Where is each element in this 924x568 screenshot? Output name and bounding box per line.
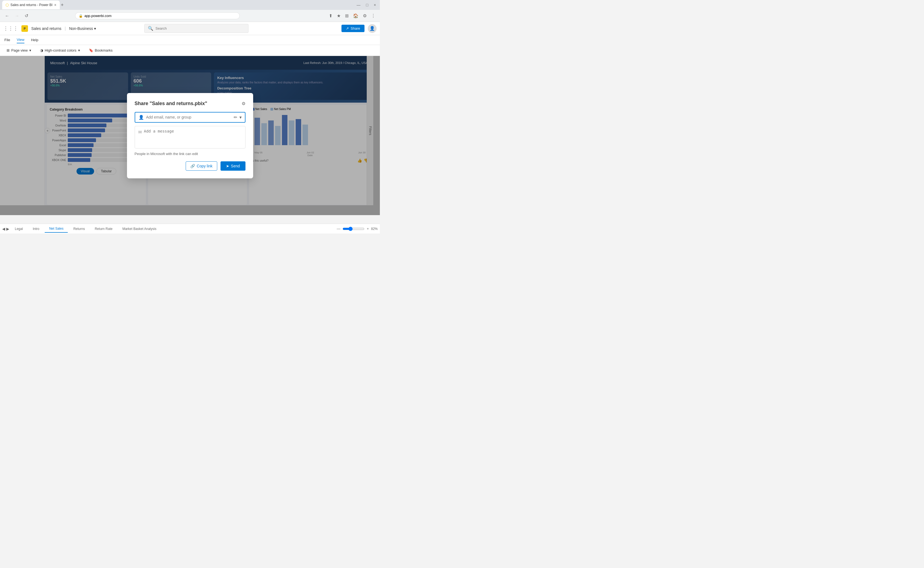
bookmarks-control[interactable]: 🔖 Bookmarks <box>87 47 115 53</box>
email-input-row: 👤 ✏ ▾ <box>135 112 246 123</box>
workspace-dropdown-icon: ▾ <box>94 26 96 31</box>
zoom-in-button[interactable]: + <box>367 227 369 231</box>
tab-intro[interactable]: Intro <box>28 225 44 233</box>
share-button[interactable]: ↗ Share <box>341 25 365 32</box>
copy-link-button[interactable]: 🔗 Copy link <box>186 161 217 171</box>
main-content: Microsoft | Alpine Ski House Last Refres… <box>0 56 380 215</box>
edit-icon[interactable]: ✏ <box>234 115 237 120</box>
page-tabs-bar: ◀ ▶ Legal Intro Net Sales Returns Return… <box>0 224 380 234</box>
app-grid-icon[interactable]: ⋮⋮⋮ <box>3 26 18 32</box>
nav-back-button[interactable]: ← <box>3 12 11 20</box>
nav-refresh-button[interactable]: ↺ <box>23 12 30 20</box>
tab-net-sales[interactable]: Net Sales <box>45 225 68 233</box>
browser-action-bookmark[interactable]: ★ <box>336 12 342 20</box>
send-label: Send <box>231 164 240 168</box>
modal-header: Share "Sales and returns.pbix" ⚙ <box>135 101 246 106</box>
tab-bar: ⬡ Sales and returns - Power BI × + — □ × <box>0 0 380 10</box>
send-icon: ➤ <box>226 164 229 168</box>
page-view-control[interactable]: ⊞ Page view ▾ <box>5 47 33 53</box>
browser-chrome: ⬡ Sales and returns - Power BI × + — □ ×… <box>0 0 380 22</box>
share-icon: ↗ <box>346 26 349 30</box>
modal-footer: 🔗 Copy link ➤ Send <box>135 161 246 171</box>
contrast-icon: ◑ <box>40 48 43 53</box>
email-user-icon: 👤 <box>139 115 144 120</box>
message-icon: ✉ <box>138 130 142 135</box>
user-avatar[interactable]: 👤 <box>368 24 377 33</box>
browser-actions: ⬆ ★ ⊞ 🏠 ⚙ ⋮ <box>328 12 377 20</box>
page-view-label: Page view <box>11 48 28 53</box>
tab-prev[interactable]: ◀ <box>2 227 5 231</box>
app-title: Sales and returns <box>31 26 62 31</box>
url-input[interactable] <box>84 14 236 18</box>
tab-returns[interactable]: Returns <box>69 225 89 233</box>
window-minimize[interactable]: — <box>355 3 362 7</box>
copy-link-icon: 🔗 <box>190 164 195 168</box>
tab-favicon: ⬡ <box>6 3 9 7</box>
address-bar: ← → ↺ 🔒 ⬆ ★ ⊞ 🏠 ⚙ ⋮ <box>0 10 380 22</box>
browser-action-share[interactable]: ⬆ <box>328 12 333 20</box>
contrast-control[interactable]: ◑ High-contrast colors ▾ <box>38 47 82 53</box>
menu-item-help[interactable]: Help <box>31 37 38 43</box>
tab-market-basket[interactable]: Market Basket Analysis <box>118 225 161 233</box>
message-textarea[interactable] <box>144 129 242 145</box>
tab-return-rate[interactable]: Return Rate <box>90 225 117 233</box>
browser-action-extension3[interactable]: ⚙ <box>362 12 368 20</box>
active-tab[interactable]: ⬡ Sales and returns - Power BI × <box>2 0 60 9</box>
workspace-selector[interactable]: Non-Business ▾ <box>69 26 96 31</box>
copy-link-label: Copy link <box>197 164 213 168</box>
tab-title: Sales and returns - Power BI <box>11 3 53 7</box>
tab-legal[interactable]: Legal <box>11 225 27 233</box>
permissions-text: People in Microsoft with the link can ed… <box>135 152 246 156</box>
bookmarks-icon: 🔖 <box>89 48 93 53</box>
zoom-out-button[interactable]: — <box>337 227 341 231</box>
window-maximize[interactable]: □ <box>364 3 370 7</box>
user-icon: 👤 <box>369 26 375 31</box>
email-input[interactable] <box>146 115 232 119</box>
message-area: ✉ <box>135 126 246 148</box>
email-dropdown-icon[interactable]: ▾ <box>240 115 242 120</box>
new-tab-button[interactable]: + <box>61 2 64 8</box>
browser-action-extension2[interactable]: 🏠 <box>352 12 360 20</box>
search-input[interactable] <box>155 26 245 30</box>
send-button[interactable]: ➤ Send <box>220 161 246 171</box>
zoom-slider[interactable] <box>342 227 365 231</box>
share-modal: Share "Sales and returns.pbix" ⚙ 👤 ✏ ▾ ✉… <box>127 93 253 178</box>
bookmarks-label: Bookmarks <box>95 48 113 53</box>
search-icon: 🔍 <box>148 26 153 31</box>
menu-bar: File View Help <box>0 35 380 45</box>
page-view-dropdown-icon: ▾ <box>29 48 31 53</box>
nav-forward-button[interactable]: → <box>13 12 21 20</box>
secure-icon: 🔒 <box>79 14 83 18</box>
browser-action-menu[interactable]: ⋮ <box>370 12 377 20</box>
url-bar[interactable]: 🔒 <box>75 12 240 19</box>
zoom-level: 82% <box>371 227 378 231</box>
modal-title: Share "Sales and returns.pbix" <box>135 101 207 106</box>
contrast-dropdown-icon: ▾ <box>78 48 80 53</box>
modal-settings-icon[interactable]: ⚙ <box>242 101 246 106</box>
menu-item-view[interactable]: View <box>17 36 24 43</box>
page-view-icon: ⊞ <box>7 48 10 53</box>
app-search-bar[interactable]: 🔍 <box>144 24 249 33</box>
toolbar: ⊞ Page view ▾ ◑ High-contrast colors ▾ 🔖… <box>0 45 380 56</box>
tab-close-icon[interactable]: × <box>54 3 56 7</box>
contrast-label: High-contrast colors <box>45 48 77 53</box>
window-close[interactable]: × <box>372 3 378 7</box>
menu-item-file[interactable]: File <box>5 37 10 43</box>
zoom-controls: — + 82% <box>337 227 378 231</box>
app-logo: P <box>21 25 28 32</box>
app-bar: ⋮⋮⋮ P Sales and returns | Non-Business ▾… <box>0 22 380 35</box>
share-label: Share <box>351 26 360 30</box>
app-title-divider: | <box>65 26 66 31</box>
workspace-label: Non-Business <box>69 26 93 31</box>
modal-overlay: Share "Sales and returns.pbix" ⚙ 👤 ✏ ▾ ✉… <box>0 56 380 215</box>
tab-next[interactable]: ▶ <box>6 227 9 231</box>
browser-action-extension1[interactable]: ⊞ <box>344 12 350 20</box>
